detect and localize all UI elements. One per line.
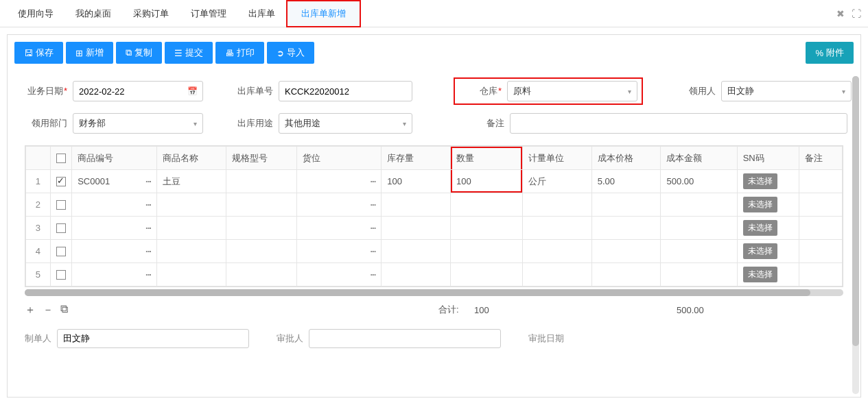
cell-sn[interactable]: 未选择 <box>737 193 799 217</box>
fullscreen-icon[interactable]: ⛶ <box>852 8 861 19</box>
cell-spec[interactable] <box>226 263 296 286</box>
cell-remark[interactable] <box>799 240 842 263</box>
cell-price[interactable] <box>591 263 661 286</box>
cell-sn[interactable]: 未选择 <box>737 170 799 193</box>
cell-name[interactable] <box>156 263 226 286</box>
cell-price[interactable]: 5.00 <box>591 170 661 193</box>
close-tab-icon[interactable]: ✖ <box>836 8 845 19</box>
cell-name[interactable]: 土豆 <box>156 170 226 193</box>
save-button[interactable]: 🖫 保存 <box>14 42 63 64</box>
col-sn[interactable]: SN码 <box>737 147 799 170</box>
sn-button[interactable]: 未选择 <box>743 267 777 282</box>
v-scrollbar[interactable] <box>852 76 859 394</box>
picker-icon[interactable]: ··· <box>370 246 375 256</box>
cell-qty[interactable] <box>451 193 523 217</box>
remark-input[interactable] <box>510 113 847 134</box>
cell-code[interactable]: SC0001··· <box>72 170 157 193</box>
cell-spec[interactable] <box>226 193 296 217</box>
col-qty[interactable]: 数量 <box>451 147 523 170</box>
picker-icon[interactable]: ··· <box>370 269 375 280</box>
col-amount[interactable]: 成本金额 <box>661 147 737 170</box>
copy-button[interactable]: ⧉ 复制 <box>116 42 162 64</box>
creator-input[interactable] <box>57 329 249 348</box>
col-unit[interactable]: 计量单位 <box>523 147 592 170</box>
picker-icon[interactable]: ··· <box>370 223 375 233</box>
cell-sn[interactable]: 未选择 <box>737 217 799 240</box>
select-all-checkbox[interactable] <box>56 154 66 163</box>
cell-price[interactable] <box>591 240 661 263</box>
picker-icon[interactable]: ··· <box>145 246 151 256</box>
col-name[interactable]: 商品名称 <box>156 147 226 170</box>
table-row[interactable]: 4······未选择 <box>26 240 843 263</box>
cell-spec[interactable] <box>226 217 296 240</box>
col-loc[interactable]: 货位 <box>296 147 382 170</box>
print-button[interactable]: 🖶 打印 <box>215 42 264 64</box>
cell-remark[interactable] <box>799 217 842 240</box>
row-checkbox[interactable] <box>56 177 66 186</box>
h-scrollbar[interactable] <box>25 289 843 296</box>
copy-row-icon[interactable]: ⧉ <box>60 303 68 317</box>
col-stock[interactable]: 库存量 <box>382 147 451 170</box>
cell-loc[interactable]: ··· <box>296 263 382 286</box>
row-checkbox[interactable] <box>56 223 66 233</box>
tab-desktop[interactable]: 我的桌面 <box>64 0 122 27</box>
receiver-select[interactable]: 田文静▾ <box>721 81 852 101</box>
cell-sn[interactable]: 未选择 <box>737 263 799 286</box>
tab-order-mgmt[interactable]: 订单管理 <box>180 0 237 27</box>
picker-icon[interactable]: ··· <box>145 199 151 210</box>
docno-input[interactable] <box>279 81 412 101</box>
cell-loc[interactable]: ··· <box>296 240 382 263</box>
bizdate-input[interactable] <box>73 81 203 101</box>
picker-icon[interactable]: ··· <box>145 269 151 280</box>
cell-name[interactable] <box>156 240 226 263</box>
import-button[interactable]: ➲ 导入 <box>267 42 314 64</box>
tab-guide[interactable]: 使用向导 <box>7 0 64 27</box>
cell-price[interactable] <box>591 193 661 217</box>
cell-remark[interactable] <box>799 170 842 193</box>
usage-select[interactable]: 其他用途▾ <box>279 113 412 134</box>
col-spec[interactable]: 规格型号 <box>226 147 296 170</box>
row-checkbox[interactable] <box>56 247 66 256</box>
cell-qty[interactable] <box>451 263 523 286</box>
remove-row-icon[interactable]: － <box>43 303 54 317</box>
attach-button[interactable]: % 附件 <box>806 42 854 64</box>
picker-icon[interactable]: ··· <box>370 199 375 210</box>
approver-input[interactable] <box>309 329 501 348</box>
add-row-icon[interactable]: ＋ <box>25 303 36 317</box>
col-remark[interactable]: 备注 <box>799 147 842 170</box>
sn-button[interactable]: 未选择 <box>743 197 777 212</box>
table-row[interactable]: 1SC0001···土豆···100100公斤5.00500.00未选择 <box>26 170 843 193</box>
sn-button[interactable]: 未选择 <box>743 220 777 236</box>
table-row[interactable]: 5······未选择 <box>26 263 843 286</box>
cell-remark[interactable] <box>799 193 842 217</box>
col-code[interactable]: 商品编号 <box>72 147 157 170</box>
cell-sn[interactable]: 未选择 <box>737 240 799 263</box>
tab-purchase[interactable]: 采购订单 <box>122 0 180 27</box>
picker-icon[interactable]: ··· <box>370 176 375 186</box>
sn-button[interactable]: 未选择 <box>743 243 777 259</box>
cell-qty[interactable] <box>451 217 523 240</box>
cell-qty[interactable]: 100 <box>451 170 523 193</box>
sn-button[interactable]: 未选择 <box>743 173 777 189</box>
warehouse-select[interactable]: 原料▾ <box>507 81 637 101</box>
cell-loc[interactable]: ··· <box>296 217 382 240</box>
cell-code[interactable]: ··· <box>72 193 157 217</box>
cell-spec[interactable] <box>226 240 296 263</box>
cell-name[interactable] <box>156 193 226 217</box>
cell-code[interactable]: ··· <box>72 263 157 286</box>
cell-qty[interactable] <box>451 240 523 263</box>
cell-spec[interactable] <box>226 170 296 193</box>
row-checkbox[interactable] <box>56 200 66 210</box>
dept-select[interactable]: 财务部▾ <box>73 113 203 134</box>
col-price[interactable]: 成本价格 <box>591 147 661 170</box>
cell-name[interactable] <box>156 217 226 240</box>
new-button[interactable]: ⊞ 新增 <box>66 42 113 64</box>
picker-icon[interactable]: ··· <box>145 176 151 186</box>
cell-loc[interactable]: ··· <box>296 193 382 217</box>
tab-outbound[interactable]: 出库单 <box>237 0 286 27</box>
table-row[interactable]: 3······未选择 <box>26 217 843 240</box>
cell-code[interactable]: ··· <box>72 240 157 263</box>
tab-outbound-new[interactable]: 出库单新增 <box>286 0 361 27</box>
row-checkbox[interactable] <box>56 270 66 280</box>
picker-icon[interactable]: ··· <box>145 223 151 233</box>
